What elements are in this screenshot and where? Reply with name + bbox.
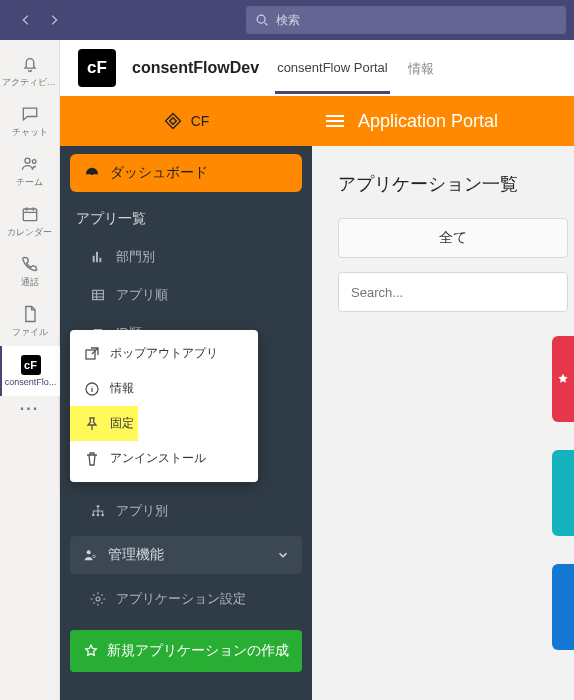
svg-point-12 [96, 597, 100, 601]
sidenav-admin[interactable]: 管理機能 [70, 536, 302, 574]
button-label: 新規アプリケーションの作成 [107, 642, 289, 660]
global-search-input[interactable] [276, 13, 558, 27]
sidenav-by-app[interactable]: アプリ順 [60, 276, 312, 314]
brand-icon [163, 111, 183, 131]
ctx-pin[interactable]: 固定 [70, 406, 258, 441]
ctx-info[interactable]: 情報 [70, 371, 258, 406]
svg-rect-3 [23, 209, 36, 221]
sitemap-icon [90, 503, 106, 519]
rail-label: アクティビティ [2, 76, 58, 89]
info-icon [84, 381, 100, 397]
rail-files[interactable]: ファイル [0, 296, 60, 346]
app-tile[interactable] [552, 450, 574, 536]
ctx-label: アンインストール [110, 450, 206, 467]
tab-info[interactable]: 情報 [406, 42, 436, 94]
svg-point-10 [87, 550, 91, 554]
rail-calendar[interactable]: カレンダー [0, 196, 60, 246]
sidenav-app-list[interactable]: アプリ一覧 [60, 200, 312, 238]
svg-point-2 [32, 159, 36, 163]
list-title: アプリケーション一覧 [338, 172, 574, 196]
trash-icon [84, 451, 100, 467]
sidenav-label: ダッシュボード [110, 164, 208, 182]
rail-label: チャット [12, 126, 48, 139]
svg-point-4 [91, 172, 94, 175]
sidenav-brand: CF [60, 96, 312, 146]
phone-icon [20, 254, 40, 274]
portal-header: Application Portal [312, 96, 574, 146]
list-search[interactable] [338, 272, 568, 312]
app-title: consentFlowDev [132, 59, 259, 77]
gear-icon [90, 591, 106, 607]
tab-portal[interactable]: consentFlow Portal [275, 42, 390, 94]
tile-strip [552, 336, 574, 650]
teams-icon [20, 154, 40, 174]
app-tile[interactable] [552, 564, 574, 650]
svg-point-7 [92, 514, 95, 517]
sidenav-by-dept[interactable]: 部門別 [60, 238, 312, 276]
portal-body: アプリケーション一覧 全て [312, 146, 574, 700]
chat-icon [20, 104, 40, 124]
svg-point-8 [97, 514, 100, 517]
search-icon [254, 13, 270, 27]
rail-more-button[interactable]: ··· [20, 400, 39, 418]
sidenav-label: アプリ順 [116, 286, 168, 304]
sidenav-label: アプリ別 [116, 502, 168, 520]
star-icon [83, 643, 99, 659]
sidenav-app-settings[interactable]: アプリケーション設定 [60, 580, 312, 618]
ctx-popout[interactable]: ポップアウトアプリ [70, 336, 258, 371]
sidenav-label: アプリ一覧 [76, 210, 146, 228]
app-rail: アクティビティ チャット チーム カレンダー 通話 ファイル cF consen… [0, 40, 60, 700]
ctx-label: 固定 [110, 415, 134, 432]
svg-point-9 [101, 514, 104, 517]
rail-label: 通話 [21, 276, 39, 289]
filter-label: 全て [439, 229, 467, 247]
list-search-input[interactable] [351, 285, 555, 300]
ctx-uninstall[interactable]: アンインストール [70, 441, 258, 476]
consentflow-logo-icon: cF [21, 355, 41, 375]
svg-point-6 [97, 505, 100, 508]
new-application-button[interactable]: 新規アプリケーションの作成 [70, 630, 302, 672]
grid-icon [90, 287, 106, 303]
app-tile[interactable] [552, 336, 574, 422]
pin-icon [84, 416, 100, 432]
sidenav-brand-label: CF [191, 113, 210, 129]
app-logo-icon: cF [78, 49, 116, 87]
sidenav-label: アプリケーション設定 [116, 590, 246, 608]
rail-label: チーム [16, 176, 43, 189]
sidenav-dashboard[interactable]: ダッシュボード [70, 154, 302, 192]
sidenav-by-app2[interactable]: アプリ別 [60, 492, 312, 530]
sidenav-label: 部門別 [116, 248, 155, 266]
popout-icon [84, 346, 100, 362]
svg-point-11 [93, 555, 96, 558]
rail-activity[interactable]: アクティビティ [0, 46, 60, 96]
context-menu: ポップアウトアプリ 情報 固定 アンインストール [70, 330, 258, 482]
app-header: cF consentFlowDev consentFlow Portal 情報 [60, 40, 574, 96]
rail-label: ファイル [12, 326, 48, 339]
dashboard-icon [84, 165, 100, 181]
svg-point-0 [257, 15, 265, 23]
menu-toggle-button[interactable] [326, 115, 344, 127]
bell-icon [20, 54, 40, 74]
rail-label: カレンダー [7, 226, 52, 239]
chevron-down-icon [276, 548, 290, 562]
portal-title: Application Portal [358, 111, 498, 132]
rail-teams[interactable]: チーム [0, 146, 60, 196]
svg-rect-5 [93, 290, 104, 299]
rail-chat[interactable]: チャット [0, 96, 60, 146]
calendar-icon [20, 204, 40, 224]
svg-point-1 [25, 158, 30, 163]
rail-calls[interactable]: 通話 [0, 246, 60, 296]
filter-all-button[interactable]: 全て [338, 218, 568, 258]
global-search[interactable] [246, 6, 566, 34]
svg-rect-13 [86, 350, 95, 359]
rail-consentflow[interactable]: cF consentFlo... [0, 346, 60, 396]
file-icon [20, 304, 40, 324]
user-gear-icon [82, 547, 98, 563]
rail-label: consentFlo... [5, 377, 57, 387]
sidenav-label: 管理機能 [108, 546, 164, 564]
nav-forward-button[interactable] [42, 8, 66, 32]
ctx-label: ポップアウトアプリ [110, 345, 218, 362]
nav-back-button[interactable] [14, 8, 38, 32]
star-icon [556, 372, 570, 386]
titlebar [0, 0, 574, 40]
